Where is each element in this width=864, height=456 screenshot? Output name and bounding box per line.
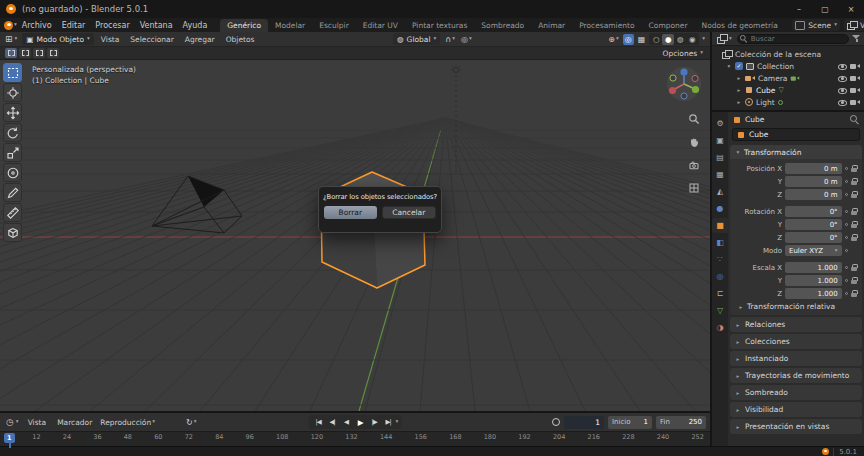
eye-visibility-icon[interactable] xyxy=(838,86,847,95)
panel-colecciones[interactable]: ▸ Colecciones xyxy=(730,334,862,349)
play-button[interactable]: ▶ xyxy=(354,418,367,427)
animate-decorator[interactable] xyxy=(845,167,848,170)
navigation-gizmo[interactable] xyxy=(664,64,704,106)
workspace-tab-animar[interactable]: Animar xyxy=(531,19,572,32)
shading-solid-button[interactable]: ● xyxy=(662,34,674,45)
tool-add-cube[interactable] xyxy=(3,223,22,242)
tab-object-data[interactable]: ▽ xyxy=(712,303,728,318)
search-input[interactable] xyxy=(737,34,849,44)
outliner-row-collection[interactable]: ▾ ✓ Collection xyxy=(712,60,864,72)
timeline-menu-marcador[interactable]: Marcador xyxy=(53,418,96,427)
select-mode-invert-button[interactable] xyxy=(47,48,59,58)
tab-tool[interactable]: ⚙ xyxy=(712,116,728,131)
position-z-field[interactable]: 0 m xyxy=(785,189,842,200)
frame-end-field[interactable]: Fin 250 xyxy=(656,416,706,429)
expand-arrow-icon[interactable]: ▸ xyxy=(736,87,742,93)
scale-z-field[interactable]: 1.000 xyxy=(785,288,842,299)
cancel-button[interactable]: Cancelar xyxy=(382,206,437,219)
tab-render[interactable]: ▣ xyxy=(712,133,728,148)
workspace-tab-generico[interactable]: Genérico xyxy=(220,19,268,32)
jump-to-end-button[interactable]: ▶| xyxy=(382,418,395,426)
tab-output[interactable]: ▤ xyxy=(712,150,728,165)
tab-modifiers[interactable]: ◧ xyxy=(712,235,728,250)
shading-rendered-button[interactable]: ◉ xyxy=(686,34,698,45)
timeline-ruler[interactable]: 1 12 24 36 48 60 72 84 96 108 120 132 14… xyxy=(0,431,710,446)
tool-move[interactable] xyxy=(3,103,22,122)
viewport-canvas[interactable]: Personalizada (perspectiva) (1) Collecti… xyxy=(0,60,710,411)
scale-x-field[interactable]: 1.000 xyxy=(785,262,842,273)
animate-decorator[interactable] xyxy=(845,266,848,269)
menu-agregar[interactable]: Agregar xyxy=(181,35,219,44)
current-frame-field[interactable]: 1 xyxy=(564,416,604,429)
camera-view-icon[interactable] xyxy=(687,158,701,172)
shading-material-button[interactable]: ◍ xyxy=(674,34,686,45)
filter-icon[interactable] xyxy=(852,34,861,43)
transform-panel-header[interactable]: ▾ Transformación xyxy=(730,145,862,159)
animate-decorator[interactable] xyxy=(845,292,848,295)
blender-menu-icon[interactable] xyxy=(4,21,13,30)
pan-hand-icon[interactable] xyxy=(687,135,701,149)
tab-particles[interactable]: ∵ xyxy=(712,252,728,267)
lock-icon[interactable] xyxy=(851,277,858,285)
outliner-row-scene-collection[interactable]: Colección de la escena xyxy=(712,48,864,60)
proportional-edit-toggle[interactable]: ◎ ▾ xyxy=(460,35,473,44)
relative-transform-subpanel[interactable]: ▸ Transformación relativa xyxy=(730,300,862,311)
outliner-editor-type-button[interactable]: ▾ xyxy=(715,34,734,43)
scale-y-field[interactable]: 1.000 xyxy=(785,275,842,286)
lock-icon[interactable] xyxy=(851,191,858,199)
timeline-editor-type-button[interactable]: ◷ ▾ xyxy=(4,417,21,427)
options-dropdown[interactable]: Opciones ▾ xyxy=(662,49,705,58)
prev-keyframe-button[interactable]: ◀| xyxy=(326,418,339,426)
workspace-tab-editar-uv[interactable]: Editar UV xyxy=(356,19,405,32)
tool-measure[interactable] xyxy=(3,203,22,222)
tab-physics[interactable]: ◎ xyxy=(712,269,728,284)
close-button[interactable]: × xyxy=(838,0,864,18)
menu-vista[interactable]: Vista xyxy=(97,35,124,44)
menu-seleccionar[interactable]: Seleccionar xyxy=(126,35,177,44)
timeline-menu-vista[interactable]: Vista xyxy=(24,418,51,427)
animate-decorator[interactable] xyxy=(845,249,848,252)
select-mode-extend-button[interactable] xyxy=(19,48,31,58)
auto-key-record-icon[interactable] xyxy=(552,418,560,426)
eye-visibility-icon[interactable] xyxy=(838,74,847,83)
expand-arrow-icon[interactable]: ▸ xyxy=(736,99,742,105)
animate-decorator[interactable] xyxy=(845,210,848,213)
menu-editar[interactable]: Editar xyxy=(57,18,91,32)
workspace-tab-procesamiento[interactable]: Procesamiento xyxy=(572,19,641,32)
workspace-tab-sombreado[interactable]: Sombreado xyxy=(474,19,531,32)
expand-arrow-icon[interactable]: ▾ xyxy=(726,63,732,69)
panel-visibilidad[interactable]: ▸ Visibilidad xyxy=(730,402,862,417)
tool-rotate[interactable] xyxy=(3,123,22,142)
outliner-row-camera[interactable]: ▸ Camera xyxy=(712,72,864,84)
lock-icon[interactable] xyxy=(851,234,858,242)
next-keyframe-button[interactable]: |▶ xyxy=(368,418,381,426)
render-visibility-icon[interactable] xyxy=(850,99,860,106)
snap-toggle[interactable]: ∩ ▾ xyxy=(444,35,456,44)
transform-orientation-selector[interactable]: ◍ Global ▾ xyxy=(393,33,440,45)
rotation-x-field[interactable]: 0° xyxy=(785,206,842,217)
render-visibility-icon[interactable] xyxy=(850,87,860,94)
workspace-tab-nodos-geometria[interactable]: Nodos de geometría xyxy=(695,19,785,32)
playback-dropdown[interactable]: Reproducción ▾ xyxy=(99,418,156,427)
panel-instanciado[interactable]: ▸ Instanciado xyxy=(730,351,862,366)
scene-selector[interactable]: Scene ▾ xyxy=(792,19,840,31)
tab-material[interactable]: ◑ xyxy=(712,320,728,335)
select-mode-new-button[interactable] xyxy=(5,48,17,58)
rotation-y-field[interactable]: 0° xyxy=(785,219,842,230)
tool-cursor[interactable] xyxy=(3,83,22,102)
eye-visibility-icon[interactable] xyxy=(838,98,847,107)
jump-to-start-button[interactable]: |◀ xyxy=(312,418,325,426)
rotation-z-field[interactable]: 0° xyxy=(785,232,842,243)
shading-dropdown-icon[interactable]: ▾ xyxy=(702,36,705,42)
play-reverse-button[interactable]: ◀ xyxy=(340,418,353,426)
panel-sombreado[interactable]: ▸ Sombreado xyxy=(730,385,862,400)
tool-select-box[interactable] xyxy=(3,63,22,82)
animate-decorator[interactable] xyxy=(845,279,848,282)
frame-start-field[interactable]: Inicio 1 xyxy=(608,416,652,429)
panel-presentacion[interactable]: ▸ Presentación en vistas xyxy=(730,419,862,434)
tab-world[interactable]: ● xyxy=(712,201,728,216)
minimize-button[interactable]: – xyxy=(786,0,812,18)
lock-icon[interactable] xyxy=(851,221,858,229)
panel-relaciones[interactable]: ▸ Relaciones xyxy=(730,317,862,332)
app-menu[interactable]: ▾ xyxy=(4,18,17,32)
